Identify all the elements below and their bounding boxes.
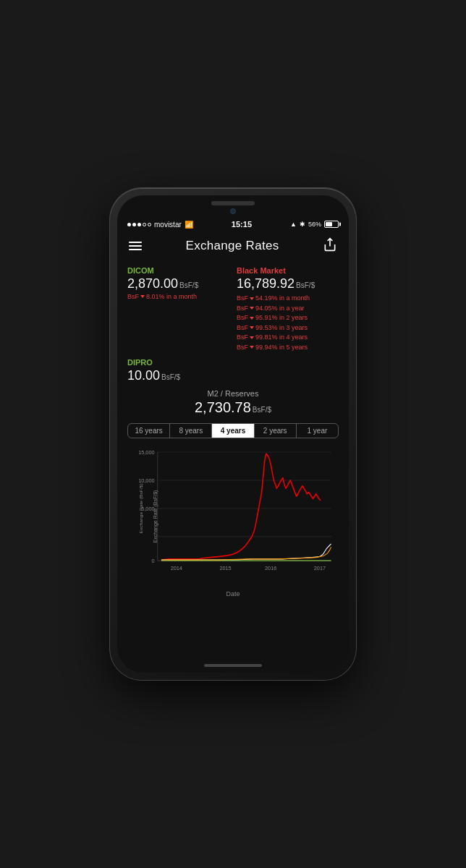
speaker (211, 201, 255, 205)
svg-text:2016: 2016 (265, 565, 276, 571)
dicom-prefix: BsF (127, 293, 139, 300)
bm-arrow-2 (250, 307, 254, 310)
main-content: DICOM 2,870.00BsF/$ BsF 8.01% in a month… (117, 260, 349, 660)
tab-1year[interactable]: 1 year (297, 424, 338, 438)
chart-tabs: 16 years 8 years 4 years 2 years 1 year (127, 423, 339, 438)
signal-dot-5 (148, 223, 151, 226)
dicom-card: DICOM 2,870.00BsF/$ BsF 8.01% in a month (127, 266, 229, 352)
m2-label: M2 / Reserves (127, 389, 339, 398)
bm-arrow-3 (250, 317, 254, 320)
dipro-label: DIPRO (127, 358, 339, 367)
signal-dot-2 (132, 223, 136, 226)
home-indicator[interactable] (204, 664, 262, 667)
phone-screen: movistar 📶 15:15 ▲ ✱ 56% Exchange Rates (117, 195, 349, 673)
chart-x-axis-label: Date (127, 590, 339, 597)
hamburger-line-3 (129, 249, 142, 250)
bm-arrow-5 (250, 336, 254, 339)
signal-dots (127, 223, 151, 226)
dicom-value: 2,870.00BsF/$ (127, 276, 229, 292)
dipro-section: DIPRO 10.00BsF/$ (127, 358, 339, 383)
tab-16years[interactable]: 16 years (128, 424, 170, 438)
tab-4years[interactable]: 4 years (212, 424, 254, 438)
dicom-label: DICOM (127, 266, 229, 275)
bm-arrow-4 (250, 326, 254, 329)
hamburger-line-2 (129, 245, 142, 247)
black-market-label: Black Market (237, 266, 339, 275)
black-market-changes: BsF 54.19% in a month BsF 94.05% in a ye… (237, 294, 339, 352)
bm-change-1: BsF 54.19% in a month (237, 294, 339, 304)
bm-change-3: BsF 95.91% in 2 years (237, 313, 339, 323)
bm-arrow-1 (250, 297, 254, 300)
status-right: ▲ ✱ 56% (290, 221, 339, 228)
bluetooth-icon: ✱ (300, 221, 305, 228)
chart-container: 15,000 10,000 5,000 0 2014 2015 2016 201… (127, 444, 339, 589)
status-left: movistar 📶 (127, 221, 193, 229)
status-time: 15:15 (232, 220, 252, 229)
camera (230, 208, 236, 214)
share-button[interactable] (323, 237, 337, 255)
svg-text:Exchange Rate (BsF/$): Exchange Rate (BsF/$) (138, 483, 144, 533)
tab-2years[interactable]: 2 years (255, 424, 297, 438)
dicom-arrow (140, 295, 145, 298)
hamburger-line-1 (129, 242, 142, 243)
m2-section: M2 / Reserves 2,730.78BsF/$ (127, 389, 339, 416)
page-title: Exchange Rates (186, 239, 279, 253)
dicom-change: BsF 8.01% in a month (127, 293, 229, 300)
carrier-name: movistar (154, 221, 182, 229)
svg-text:0: 0 (151, 558, 154, 564)
bm-change-5: BsF 99.81% in 4 years (237, 333, 339, 343)
svg-text:15,000: 15,000 (138, 449, 154, 456)
wifi-icon: 📶 (185, 221, 193, 229)
svg-text:2014: 2014 (171, 565, 182, 571)
tab-8years[interactable]: 8 years (170, 424, 212, 438)
bm-change-2: BsF 94.05% in a year (237, 304, 339, 314)
bm-change-4: BsF 99.53% in 3 years (237, 323, 339, 333)
black-market-card: Black Market 16,789.92BsF/$ BsF 54.19% i… (237, 266, 339, 352)
chart-y-axis-label: Exchange Rate (BsF/$) (153, 490, 158, 543)
phone-frame: movistar 📶 15:15 ▲ ✱ 56% Exchange Rates (110, 188, 356, 680)
signal-dot-1 (127, 223, 131, 226)
black-market-value: 16,789.92BsF/$ (237, 276, 339, 292)
location-icon: ▲ (290, 221, 297, 228)
battery-pct: 56% (308, 221, 321, 228)
bm-change-6: BsF 99.94% in 5 years (237, 343, 339, 353)
battery-fill (326, 222, 332, 226)
svg-text:2015: 2015 (219, 565, 231, 571)
signal-dot-3 (137, 223, 141, 226)
dicom-change-value: 8.01% in a month (146, 293, 197, 300)
top-rates-row: DICOM 2,870.00BsF/$ BsF 8.01% in a month… (127, 266, 339, 352)
svg-text:2017: 2017 (314, 565, 326, 571)
signal-dot-4 (143, 223, 146, 226)
chart-svg: 15,000 10,000 5,000 0 2014 2015 2016 201… (127, 444, 339, 589)
battery-icon (324, 221, 339, 228)
m2-value: 2,730.78BsF/$ (127, 399, 339, 416)
menu-button[interactable] (129, 242, 142, 250)
app-header: Exchange Rates (117, 231, 349, 260)
dipro-value: 10.00BsF/$ (127, 368, 339, 383)
status-bar: movistar 📶 15:15 ▲ ✱ 56% (117, 217, 349, 231)
bm-arrow-6 (250, 346, 254, 349)
